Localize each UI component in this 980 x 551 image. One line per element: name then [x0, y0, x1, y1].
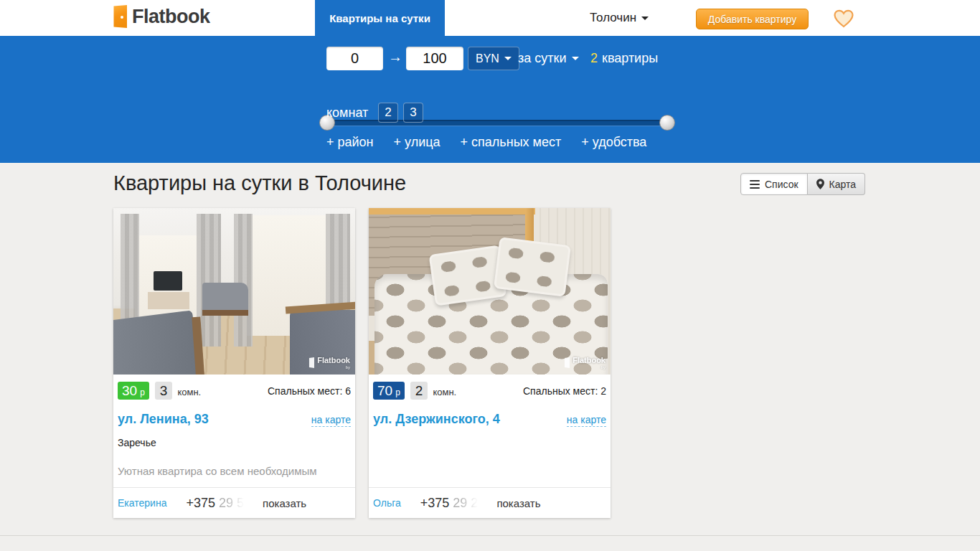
listing-body: 30 р 3 комн. Спальных мест: 6 ул. Ленина… — [113, 375, 355, 487]
address-row: ул. Дзержинского, 4 на карте — [373, 412, 606, 427]
map-pin-icon — [816, 179, 824, 189]
photo-bed — [113, 310, 200, 375]
currency-value: BYN — [476, 52, 499, 65]
filter-street-link[interactable]: + улица — [394, 135, 440, 150]
chevron-down-icon — [641, 17, 649, 20]
phone-hidden-part: 29 5 — [219, 496, 244, 510]
brand-logo[interactable]: Flatbook — [111, 5, 210, 28]
phone-number: +375 29 2 — [420, 496, 479, 511]
filter-beds-link[interactable]: + спальных мест — [461, 135, 562, 150]
add-apartment-button[interactable]: Добавить квартиру — [696, 9, 809, 29]
slider-handle-max[interactable] — [659, 115, 675, 131]
listing-card: Flatbook by 30 р 3 комн. Спальных мест: … — [113, 208, 355, 518]
page: Flatbook Квартиры на сутки Толочин Добав… — [0, 0, 980, 551]
phone-hidden-part: 29 2 — [453, 496, 478, 510]
listing-description: Уютная квартира со всем необходимым — [118, 465, 351, 477]
show-phone-button[interactable]: показать — [496, 497, 540, 509]
door-icon — [563, 357, 570, 368]
chevron-down-icon — [504, 57, 512, 60]
photo-dresser — [148, 292, 189, 309]
arrow-right-icon: → — [388, 49, 402, 65]
photo-curtain — [234, 214, 253, 347]
city-name: Толочин — [590, 11, 636, 25]
price-from-input[interactable] — [326, 47, 383, 70]
listing-address-link[interactable]: ул. Ленина, 93 — [118, 412, 209, 427]
favorites-heart-icon[interactable] — [834, 9, 854, 28]
period-value: за сутки — [518, 51, 566, 66]
view-list-button[interactable]: Список — [740, 173, 808, 195]
photo-tv — [154, 271, 182, 291]
photo-watermark: Flatbook by — [563, 357, 606, 369]
results-count: 2квартиры — [590, 51, 658, 66]
listing-address-link[interactable]: ул. Дзержинского, 4 — [373, 412, 500, 427]
listing-photo[interactable]: Flatbook by — [369, 208, 611, 375]
listing-district: Заречье — [118, 437, 351, 448]
photo-wood-trim — [369, 208, 535, 215]
brand-name: Flatbook — [132, 6, 210, 28]
top-navbar: Flatbook Квартиры на сутки Толочин Добав… — [0, 0, 980, 36]
extra-filters: + район + улица + спальных мест + удобст… — [326, 135, 646, 150]
filter-panel: → BYN за сутки 2квартиры комнат 2 3 + ра… — [0, 36, 980, 163]
filter-amenities-link[interactable]: + удобства — [581, 135, 646, 150]
rooms-suffix: комн. — [177, 387, 201, 400]
listing-body: 70 р 2 комн. Спальных мест: 2 ул. Дзержи… — [369, 375, 611, 487]
results-count-value: 2 — [590, 51, 598, 65]
rooms-option-3[interactable]: 3 — [403, 103, 423, 123]
contact-name: Екатерина — [118, 497, 166, 509]
view-toggle: Список Карта — [740, 173, 865, 195]
price-row: 70 р 2 комн. Спальных мест: 2 — [373, 381, 606, 400]
main-content: Квартиры на сутки в Толочине Список Карт… — [0, 163, 980, 535]
period-dropdown[interactable]: за сутки — [518, 51, 579, 66]
tab-daily-apartments[interactable]: Квартиры на сутки — [315, 0, 445, 36]
photo-watermark: Flatbook by — [308, 357, 350, 369]
page-title: Квартиры на сутки в Толочине — [113, 171, 406, 195]
contact-row: Ольга +375 29 2 показать — [369, 487, 611, 518]
price-badge: 70 р — [373, 382, 405, 400]
rooms-option-2[interactable]: 2 — [378, 103, 398, 123]
list-icon — [750, 180, 760, 189]
rooms-filter-label: комнат — [326, 105, 368, 121]
currency-dropdown[interactable]: BYN — [468, 47, 519, 70]
photo-bed — [202, 283, 248, 311]
view-map-button[interactable]: Карта — [808, 173, 865, 195]
view-list-label: Список — [765, 179, 798, 190]
filter-district-link[interactable]: + район — [326, 135, 374, 150]
listing-card: Flatbook by 70 р 2 комн. Спальных мест: … — [369, 208, 611, 518]
price-row: 30 р 3 комн. Спальных мест: 6 — [118, 381, 351, 400]
view-map-label: Карта — [829, 179, 856, 190]
show-phone-button[interactable]: показать — [263, 497, 306, 509]
rooms-badge: 3 — [155, 382, 173, 400]
price-badge: 30 р — [118, 382, 149, 400]
beds-count: Спальных мест: 6 — [268, 385, 351, 400]
results-count-label: квартиры — [602, 51, 658, 65]
listing-photo[interactable]: Flatbook by — [113, 208, 355, 375]
door-icon — [111, 5, 127, 28]
price-to-input[interactable] — [406, 47, 463, 70]
city-selector[interactable]: Толочин — [590, 11, 649, 25]
photo-pillow — [494, 237, 571, 297]
on-map-link[interactable]: на карте — [567, 414, 606, 427]
door-icon — [308, 357, 314, 368]
rooms-badge: 2 — [410, 382, 428, 400]
contact-name: Ольга — [373, 497, 401, 509]
phone-number: +375 29 5 — [186, 496, 244, 511]
beds-count: Спальных мест: 2 — [523, 385, 606, 400]
chevron-down-icon — [572, 57, 579, 60]
page-footer — [0, 535, 980, 551]
on-map-link[interactable]: на карте — [311, 414, 351, 427]
address-row: ул. Ленина, 93 на карте — [118, 412, 351, 427]
contact-row: Екатерина +375 29 5 показать — [113, 487, 355, 518]
rooms-suffix: комн. — [433, 387, 456, 400]
